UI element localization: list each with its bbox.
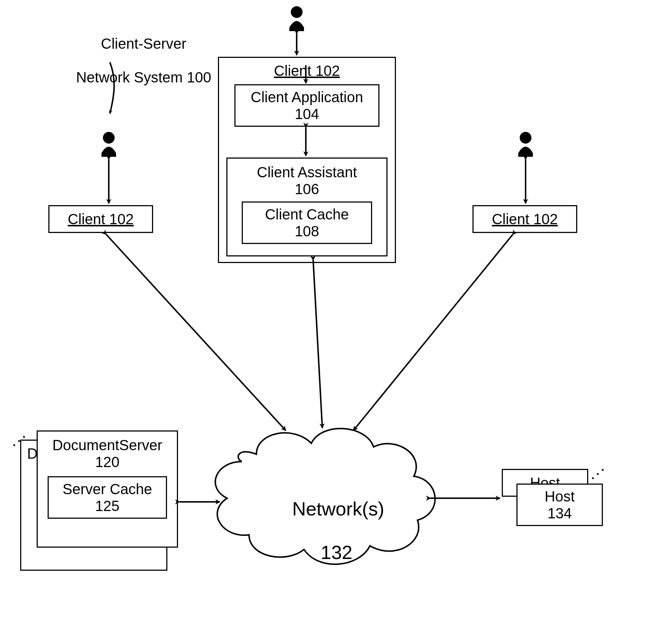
client-right-label: Client 102 — [492, 211, 558, 227]
svg-line-8 — [106, 234, 286, 430]
host-front-label: Host — [545, 488, 575, 505]
network-label-line2: 132 — [321, 542, 353, 563]
client-left-box: Client 102 — [48, 205, 153, 233]
client-application-num: 104 — [295, 106, 319, 122]
network-label: Network(s) 132 — [271, 476, 381, 586]
network-label-line1: Network(s) — [292, 498, 384, 519]
server-cache-label: Server Cache — [63, 481, 152, 497]
client-cache-box: Client Cache 108 — [242, 201, 372, 244]
server-cache-box: Server Cache 125 — [48, 476, 167, 519]
doc-server-num: 120 — [95, 454, 120, 470]
doc-server-back-label: D — [27, 445, 38, 462]
diagram-title-line2: Network System 100 — [76, 69, 211, 85]
svg-line-9 — [313, 260, 322, 428]
svg-point-4 — [103, 132, 115, 144]
user-icon — [289, 6, 304, 31]
user-icon-left — [101, 132, 116, 157]
svg-point-0 — [291, 6, 303, 18]
svg-line-10 — [353, 234, 513, 430]
host-front-box: Host 134 — [516, 484, 603, 526]
client-mid-title: Client 102 — [274, 62, 340, 79]
client-application-box: Client Application 104 — [234, 84, 379, 127]
client-cache-num: 108 — [295, 223, 319, 240]
client-assistant-label: Client Assistant — [257, 164, 357, 181]
client-cache-label: Client Cache — [265, 206, 349, 223]
doc-server-label: DocumentServer — [52, 437, 162, 454]
client-right-box: Client 102 — [472, 205, 577, 233]
diagram-title-line1: Client-Server — [101, 36, 186, 52]
client-application-label: Client Application — [251, 89, 363, 106]
host-front-num: 134 — [548, 505, 572, 522]
svg-point-6 — [520, 132, 531, 144]
server-cache-num: 125 — [95, 497, 120, 514]
client-left-label: Client 102 — [68, 211, 134, 227]
client-assistant-num: 106 — [295, 181, 319, 197]
user-icon-right — [518, 132, 533, 157]
diagram-title: Client-Server Network System 100 — [59, 18, 212, 103]
